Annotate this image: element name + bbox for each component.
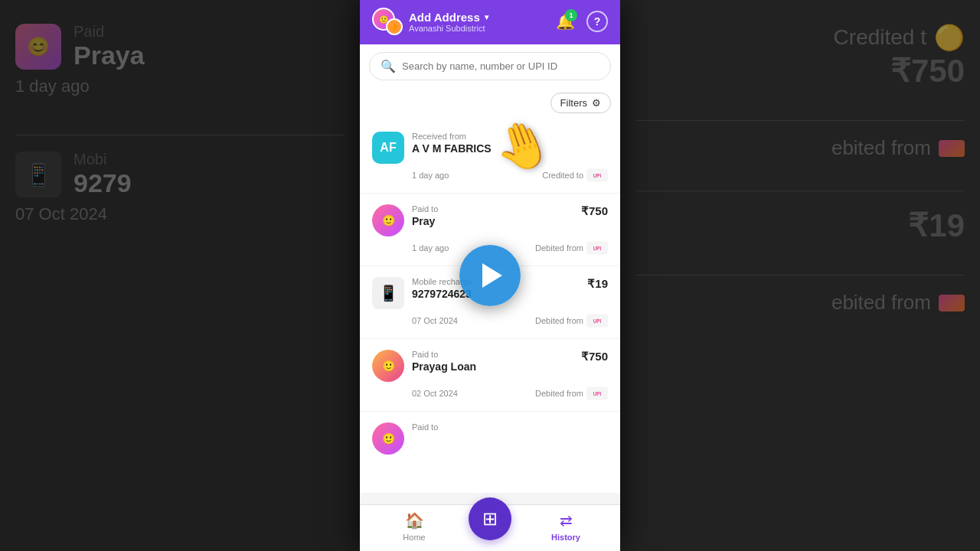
bg-mobi-label: Mobi bbox=[74, 151, 132, 168]
txn-details-5: Paid to bbox=[412, 422, 608, 455]
debited-text-2: ebited from bbox=[831, 291, 931, 315]
bg-amount-2: ₹19 bbox=[908, 207, 965, 243]
txn-icon-4: 🙂 bbox=[372, 350, 404, 382]
txn-source-1: Credited to UPI bbox=[542, 168, 608, 182]
search-bar[interactable]: 🔍 bbox=[369, 52, 611, 80]
txn-row-4: 🙂 Paid to Prayag Loan ₹750 bbox=[372, 350, 608, 382]
dropdown-icon: ▼ bbox=[483, 13, 491, 21]
header-right: 🔔 1 ? bbox=[553, 9, 608, 34]
txn-bottom-4: 02 Oct 2024 Debited from UPI bbox=[372, 386, 608, 400]
play-triangle-icon bbox=[482, 263, 502, 288]
filters-button[interactable]: Filters ⚙ bbox=[550, 93, 611, 113]
history-label: History bbox=[551, 533, 580, 542]
header-title-group: Add Address ▼ Avanashi Subdistrict bbox=[409, 11, 491, 33]
avatar-sub: 🔶 bbox=[386, 18, 403, 35]
txn-row-2: 🙂 Paid to Pray ₹750 bbox=[372, 204, 608, 236]
upi-logo-1: UPI bbox=[586, 168, 608, 182]
upi-logo-3: UPI bbox=[586, 314, 608, 328]
header-title-row[interactable]: Add Address ▼ bbox=[409, 11, 491, 24]
search-container: 🔍 bbox=[360, 44, 620, 88]
txn-details-4: Paid to Prayag Loan bbox=[412, 350, 573, 373]
transaction-list: AF Received from A V M FABRICS 1 day ago… bbox=[360, 121, 620, 493]
qr-scan-button[interactable]: ⊞ bbox=[469, 497, 511, 540]
txn-icon-5: 🙂 bbox=[372, 422, 404, 455]
txn-icon-2: 🙂 bbox=[372, 204, 404, 236]
header-left: 🙂 🔶 Add Address ▼ Avanashi Subdistrict bbox=[372, 8, 491, 35]
svg-text:UPI: UPI bbox=[593, 246, 602, 251]
upi-logo-4: UPI bbox=[586, 386, 608, 400]
play-button[interactable] bbox=[459, 245, 521, 306]
debited-text-2: Debited from bbox=[535, 243, 583, 253]
help-button[interactable]: ? bbox=[586, 11, 608, 32]
bg-credited-text: Credited t bbox=[834, 25, 926, 50]
txn-source-4: Debited from UPI bbox=[535, 386, 608, 400]
app-header: 🙂 🔶 Add Address ▼ Avanashi Subdistrict 🔔… bbox=[360, 0, 620, 44]
right-section-2: ebited from bbox=[635, 136, 965, 160]
txn-name-4: Prayag Loan bbox=[412, 360, 573, 373]
txn-bottom-1: 1 day ago Credited to UPI bbox=[372, 168, 608, 182]
bg-avatar-1: 😊 bbox=[15, 24, 61, 70]
header-subtitle: Avanashi Subdistrict bbox=[409, 24, 491, 33]
search-icon: 🔍 bbox=[381, 59, 396, 73]
txn-type-label-4: Paid to bbox=[412, 350, 573, 359]
notification-badge: 1 bbox=[565, 9, 577, 21]
txn-date-4: 02 Oct 2024 bbox=[412, 389, 458, 398]
txn-source-3: Debited from UPI bbox=[535, 314, 608, 328]
right-section-1: Credited t 🟡 ₹750 bbox=[635, 23, 965, 90]
filter-icon: ⚙ bbox=[592, 97, 601, 109]
txn-bottom-3: 07 Oct 2024 Debited from UPI bbox=[372, 314, 608, 328]
txn-type-label-2: Paid to bbox=[412, 204, 573, 214]
txn-amount-2: ₹750 bbox=[581, 204, 608, 218]
home-label: Home bbox=[403, 533, 425, 542]
bg-name-2: 9279 bbox=[74, 168, 132, 198]
qr-icon: ⊞ bbox=[482, 508, 498, 530]
right-section-4: ebited from bbox=[635, 291, 965, 315]
svg-text:UPI: UPI bbox=[593, 173, 602, 178]
notification-button[interactable]: 🔔 1 bbox=[553, 9, 577, 34]
txn-amount-3: ₹19 bbox=[587, 277, 608, 291]
phone-container: 🙂 🔶 Add Address ▼ Avanashi Subdistrict 🔔… bbox=[360, 0, 620, 551]
bg-left-panel: 😊 Paid Praya 1 day ago 📱 Mobi 9279 07 Oc… bbox=[0, 0, 360, 551]
txn-name-2: Pray bbox=[412, 215, 573, 227]
nav-item-home[interactable]: 🏠 Home bbox=[360, 511, 469, 542]
nav-item-history[interactable]: ⇄ History bbox=[511, 511, 620, 542]
bg-date-1: 1 day ago bbox=[15, 77, 345, 96]
home-icon: 🏠 bbox=[405, 511, 424, 530]
right-section-3: ₹19 bbox=[635, 207, 965, 244]
bg-section-2: 📱 Mobi 9279 07 Oct 2024 bbox=[15, 151, 345, 224]
bottom-navigation: 🏠 Home ⊞ ⇄ History bbox=[360, 504, 620, 551]
bg-section-1: 😊 Paid Praya 1 day ago bbox=[15, 23, 345, 96]
avatar-group: 🙂 🔶 bbox=[372, 8, 403, 35]
txn-amount-4: ₹750 bbox=[581, 350, 608, 364]
help-label: ? bbox=[594, 15, 601, 28]
filters-label: Filters bbox=[560, 97, 587, 109]
upi-logo-2: UPI bbox=[586, 241, 608, 255]
txn-details-2: Paid to Pray bbox=[412, 204, 573, 227]
bg-paid-label: Paid bbox=[74, 23, 145, 41]
header-title: Add Address bbox=[409, 11, 480, 24]
debited-text-3: Debited from bbox=[535, 316, 583, 325]
txn-icon-af: AF bbox=[372, 132, 404, 164]
txn-icon-3: 📱 bbox=[372, 277, 404, 309]
debited-text-4: Debited from bbox=[535, 389, 583, 398]
transaction-item-partial[interactable]: 🙂 Paid to bbox=[360, 412, 620, 455]
search-input[interactable] bbox=[402, 60, 599, 72]
txn-date-3: 07 Oct 2024 bbox=[412, 316, 458, 325]
txn-date-1: 1 day ago bbox=[412, 171, 449, 180]
bg-right-panel: Credited t 🟡 ₹750 ebited from ₹19 ebited… bbox=[620, 0, 980, 551]
debited-text-1: ebited from bbox=[831, 136, 931, 160]
txn-type-label-5: Paid to bbox=[412, 422, 608, 432]
txn-date-2: 1 day ago bbox=[412, 243, 449, 253]
svg-text:UPI: UPI bbox=[593, 391, 602, 396]
bg-phone-icon: 📱 bbox=[15, 152, 61, 197]
svg-text:UPI: UPI bbox=[593, 318, 602, 324]
credited-text-1: Credited to bbox=[542, 171, 583, 180]
txn-source-2: Debited from UPI bbox=[535, 241, 608, 255]
bg-date-2: 07 Oct 2024 bbox=[15, 204, 345, 224]
transaction-item[interactable]: 🙂 Paid to Prayag Loan ₹750 02 Oct 2024 D… bbox=[360, 339, 620, 412]
history-icon: ⇄ bbox=[560, 511, 573, 530]
bg-amount-1: ₹750 bbox=[890, 53, 965, 89]
bg-name-1: Praya bbox=[74, 41, 145, 70]
filters-row: Filters ⚙ bbox=[360, 88, 620, 121]
